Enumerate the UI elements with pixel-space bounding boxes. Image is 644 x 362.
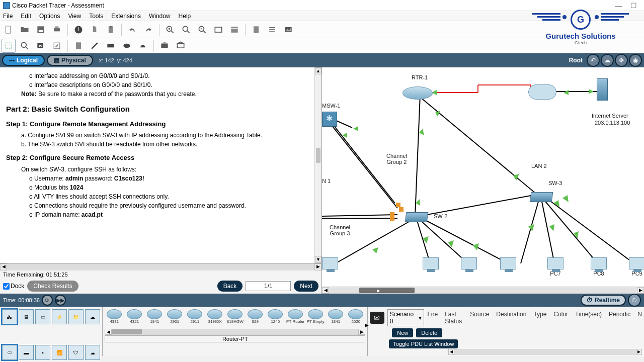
category-components[interactable]: ▭	[35, 309, 50, 324]
nav-cluster-button[interactable]: ☁	[601, 54, 614, 67]
menu-file[interactable]: File	[3, 13, 13, 20]
print-icon[interactable]	[50, 23, 63, 36]
subcategory-routers[interactable]: ⬭	[2, 345, 17, 360]
physical-view-button[interactable]: ▦Physical	[47, 55, 93, 66]
topology-canvas[interactable]: RTR-1 Internet Server 203.0.113.100 MSW-…	[322, 67, 644, 294]
device-pc-pc8[interactable]: PC8	[591, 257, 607, 277]
subcategory-switches[interactable]: ▬	[19, 345, 34, 360]
new-file-icon[interactable]	[2, 23, 15, 36]
freeform-tool-icon[interactable]	[136, 39, 149, 52]
minimize-button[interactable]: —	[611, 2, 626, 10]
subcategory-hubs[interactable]: ▪	[35, 345, 50, 360]
simple-pdu-icon[interactable]	[158, 39, 171, 52]
resize-icon[interactable]	[50, 39, 63, 52]
drawing-palette-icon[interactable]	[212, 23, 225, 36]
device-router-rtr1[interactable]	[403, 86, 433, 100]
pdu-delete-button[interactable]: Delete	[416, 328, 442, 337]
device-switch-sw2[interactable]	[406, 212, 428, 222]
check-results-button[interactable]: Check Results	[27, 281, 78, 292]
router-item[interactable]: 4321	[125, 309, 144, 327]
device-internet-server[interactable]	[597, 78, 608, 101]
router-item[interactable]: 1240	[266, 309, 285, 327]
device-msw1[interactable]	[322, 112, 337, 127]
menu-help[interactable]: Help	[179, 13, 191, 20]
copy-icon[interactable]	[88, 23, 101, 36]
router-item[interactable]: 829	[246, 309, 265, 327]
root-button[interactable]: Root	[569, 57, 583, 64]
zoom-reset-icon[interactable]	[180, 23, 193, 36]
open-folder-icon[interactable]	[18, 23, 31, 36]
save-icon[interactable]	[34, 23, 47, 36]
category-network-devices[interactable]: 🖧	[2, 309, 17, 324]
pdu-new-button[interactable]: New	[392, 328, 413, 337]
select-tool-icon[interactable]	[2, 39, 15, 52]
maximize-button[interactable]: ☐	[626, 2, 641, 10]
menu-options[interactable]: Options	[39, 13, 60, 20]
image-icon[interactable]	[282, 23, 295, 36]
notes-icon[interactable]	[250, 23, 263, 36]
undo-icon[interactable]	[126, 23, 139, 36]
zoom-out-icon[interactable]	[196, 23, 209, 36]
device-pc-pc9[interactable]: PC9	[629, 257, 644, 277]
back-button[interactable]: Back	[217, 281, 243, 292]
instructions-hscroll[interactable]: ◀▶	[0, 263, 321, 270]
logical-view-button[interactable]: Logical	[2, 55, 45, 66]
realtime-mode-button[interactable]: ⏱Realtime	[581, 295, 626, 306]
custom-devices-icon[interactable]	[228, 23, 241, 36]
inspect-icon[interactable]	[18, 39, 31, 52]
device-switch-sw3[interactable]	[530, 192, 552, 202]
delete-tool-icon[interactable]	[34, 39, 47, 52]
subcategory-wireless[interactable]: 📶	[52, 345, 67, 360]
router-item[interactable]: PT-Router	[286, 309, 305, 327]
subcategory-wan[interactable]: ☁	[85, 345, 100, 360]
activity-wizard-icon[interactable]: i	[72, 23, 85, 36]
device-pc[interactable]	[461, 257, 477, 269]
paste-icon[interactable]	[104, 23, 117, 36]
line-tool-icon[interactable]	[88, 39, 101, 52]
nav-viewport-button[interactable]: ◉	[629, 54, 642, 67]
menu-edit[interactable]: Edit	[21, 13, 31, 20]
instructions-scrollbar[interactable]: ▲▼	[314, 67, 321, 263]
pdu-envelope-icon[interactable]: ✉	[370, 312, 384, 324]
menu-view[interactable]: View	[68, 13, 81, 20]
router-item[interactable]: 2620	[346, 309, 365, 327]
next-button[interactable]: Next	[294, 281, 318, 292]
router-item[interactable]: 1841	[326, 309, 345, 327]
page-input[interactable]	[246, 281, 291, 291]
zoom-in-icon[interactable]	[164, 23, 177, 36]
dock-checkbox[interactable]: Dock	[3, 283, 24, 290]
power-cycle-button[interactable]: ⟳	[42, 295, 53, 306]
nav-move-button[interactable]: ✥	[615, 54, 628, 67]
subcategory-security[interactable]: 🛡	[68, 345, 84, 360]
router-item[interactable]: PT-Empty	[306, 309, 325, 327]
router-item[interactable]: 1941	[145, 309, 164, 327]
device-pc[interactable]	[423, 257, 439, 269]
device-cloud[interactable]	[528, 84, 556, 100]
nav-back-button[interactable]: ↶	[587, 54, 600, 67]
device-pc[interactable]	[322, 257, 338, 269]
fast-forward-button[interactable]: ▶▶	[55, 295, 66, 306]
category-misc[interactable]: 📁	[68, 309, 84, 324]
simulation-mode-button[interactable]: ⏲	[628, 294, 641, 307]
router-item[interactable]: 2911	[185, 309, 204, 327]
category-multiuser[interactable]: ☁	[85, 309, 100, 324]
menu-window[interactable]: Window	[149, 13, 171, 20]
menu-tools[interactable]: Tools	[89, 13, 103, 20]
device-pc-pc7[interactable]: PC7	[547, 257, 564, 277]
place-note-icon[interactable]	[72, 39, 85, 52]
list-icon[interactable]	[266, 23, 279, 36]
ellipse-tool-icon[interactable]	[120, 39, 133, 52]
scenario-select[interactable]: Scenario 0▾	[387, 309, 425, 326]
router-item[interactable]: 2901	[165, 309, 184, 327]
complex-pdu-icon[interactable]	[174, 39, 187, 52]
router-item[interactable]: 819IOX	[205, 309, 224, 327]
category-end-devices[interactable]: 🖥	[19, 309, 34, 324]
topology-hscroll[interactable]: ◀▸▶	[322, 287, 644, 294]
redo-icon[interactable]	[142, 23, 155, 36]
category-connections[interactable]: ⚡	[52, 309, 67, 324]
toggle-pdu-list-button[interactable]: Toggle PDU List Window	[389, 339, 458, 348]
router-item[interactable]: 4331	[105, 309, 124, 327]
router-item[interactable]: 819HGW	[225, 309, 245, 327]
device-pc[interactable]	[500, 257, 516, 269]
rectangle-tool-icon[interactable]	[104, 39, 117, 52]
